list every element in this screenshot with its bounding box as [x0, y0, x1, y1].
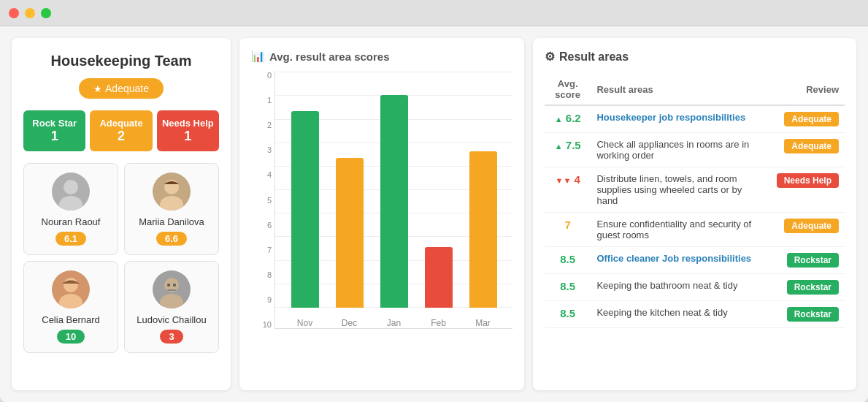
avg-score-cell-0: ▲ 6.2: [545, 105, 591, 133]
svg-point-13: [173, 284, 176, 287]
bars-container: [275, 72, 512, 308]
avg-score-cell-1: ▲ 7.5: [545, 133, 591, 167]
y-label-7: 7: [251, 246, 272, 254]
member-card-2: Mariia Danilova 6.6: [124, 163, 219, 255]
chart-inner: Nov Dec Jan Feb Mar: [274, 72, 512, 329]
chart-panel: 📊 Avg. result area scores 10 9 8 7 6 5 4…: [239, 38, 524, 390]
review-badge-4: Rockstar: [787, 253, 839, 268]
avatar-svg-2: [153, 172, 191, 211]
stat-rockstar-label: Rock Star: [28, 118, 81, 129]
stat-needs-help-count: 1: [161, 129, 215, 144]
member-name-4: Ludovic Chaillou: [131, 314, 212, 325]
member-score-1: 6.1: [55, 232, 86, 246]
area-name-cell-0: Housekeeper job responsibilities: [591, 105, 770, 133]
svg-point-7: [64, 278, 78, 292]
y-label-1: 1: [251, 96, 272, 105]
area-name-cell-6: Keeping the kitchen neat & tidy: [591, 301, 770, 328]
avg-score-cell-6: 8.5: [545, 301, 591, 328]
y-label-10: 10: [251, 321, 272, 329]
table-row-6: 8.5Keeping the kitchen neat & tidyRockst…: [545, 301, 845, 328]
area-name-cell-5: Keeping the bathroom neat & tidy: [591, 274, 770, 301]
member-score-4: 3: [160, 330, 183, 344]
stat-adequate-label: Adequate: [94, 118, 147, 129]
y-label-3: 3: [251, 146, 272, 154]
close-button[interactable]: [9, 8, 19, 18]
avg-score-cell-4: 8.5: [545, 247, 591, 274]
review-badge-5: Rockstar: [787, 280, 839, 295]
member-name-1: Nouran Raouf: [30, 216, 112, 227]
avatar-4: [153, 270, 191, 308]
team-title: Housekeeping Team: [23, 53, 219, 69]
review-badge-0: Adequate: [784, 112, 839, 126]
avatar-svg-1: [52, 172, 90, 211]
bar-group-nov: [283, 111, 327, 308]
chart-icon: 📊: [251, 50, 265, 63]
chart-area: 10 9 8 7 6 5 4 3 2 1 0: [251, 72, 512, 349]
x-label-mar: Mar: [461, 318, 505, 328]
y-label-6: 6: [251, 221, 272, 230]
result-table: Avg. score Result areas Review ▲ 6.2Hous…: [545, 74, 845, 328]
bar-group-jan: [372, 95, 416, 308]
review-cell-2: Needs Help: [771, 167, 845, 213]
table-row-5: 8.5Keeping the bathroom neat & tidyRocks…: [545, 274, 845, 301]
member-card-4: Ludovic Chaillou 3: [124, 261, 219, 353]
bar-group-feb: [416, 247, 461, 308]
area-name-cell-2: Distribute linen, towels, and room suppl…: [591, 167, 770, 213]
svg-rect-14: [167, 289, 176, 291]
member-card-3: Celia Bernard 10: [23, 261, 118, 353]
review-cell-3: Adequate: [771, 213, 845, 247]
review-cell-0: Adequate: [771, 105, 845, 133]
member-name-3: Celia Bernard: [30, 314, 112, 325]
chart-title-text: Avg. result area scores: [269, 50, 390, 63]
avg-score-cell-2: ▼▼ 4: [545, 167, 591, 213]
avg-score-cell-3: 7: [545, 213, 591, 247]
result-areas-title-text: Result areas: [559, 50, 629, 64]
stat-adequate: Adequate 2: [90, 110, 152, 151]
left-panel: Housekeeping Team ★ Adequate Rock Star 1…: [12, 38, 231, 390]
area-name-cell-4: Office cleaner Job responsibilities: [591, 247, 770, 274]
col-review: Review: [771, 74, 845, 105]
avatar-1: [52, 172, 90, 211]
review-badge-1: Adequate: [784, 139, 839, 153]
avatar-svg-3: [52, 270, 90, 308]
bar-group-mar: [461, 151, 505, 308]
stat-needs-help-label: Needs Help: [161, 118, 215, 129]
table-row-3: 7Ensure confidentiality and security of …: [545, 213, 845, 247]
bar-feb: [425, 247, 453, 308]
header-row: Avg. score Result areas Review: [545, 74, 845, 105]
bar-dec: [336, 158, 364, 308]
sliders-icon: ⚙: [545, 50, 555, 64]
table-body: ▲ 6.2Housekeeper job responsibilitiesAde…: [545, 105, 845, 328]
x-label-nov: Nov: [283, 318, 327, 328]
overall-badge-label: Adequate: [105, 83, 149, 94]
content-area: Housekeeping Team ★ Adequate Rock Star 1…: [0, 26, 868, 402]
members-grid: Nouran Raouf 6.1 Mariia Danilova 6: [23, 163, 219, 353]
overall-badge-container: ★ Adequate: [23, 78, 219, 99]
bar-group-dec: [327, 158, 372, 308]
stat-adequate-count: 2: [94, 129, 147, 144]
minimize-button[interactable]: [25, 8, 35, 18]
result-areas-panel: ⚙ Result areas Avg. score Result areas R…: [533, 38, 856, 390]
table-row-1: ▲ 7.5Check all appliances in rooms are i…: [545, 133, 845, 167]
review-cell-4: Rockstar: [771, 247, 845, 274]
table-row-4: 8.5Office cleaner Job responsibilitiesRo…: [545, 247, 845, 274]
member-card-1: Nouran Raouf 6.1: [23, 163, 118, 255]
y-label-5: 5: [251, 197, 272, 205]
area-name-cell-3: Ensure confidentiality and security of g…: [591, 213, 770, 247]
member-score-3: 10: [57, 330, 85, 344]
x-label-feb: Feb: [416, 318, 461, 328]
col-result-areas: Result areas: [591, 74, 770, 105]
avatar-3: [52, 270, 90, 308]
x-label-dec: Dec: [327, 318, 372, 328]
member-name-2: Mariia Danilova: [131, 216, 212, 227]
y-label-8: 8: [251, 271, 272, 279]
review-cell-5: Rockstar: [771, 274, 845, 301]
avatar-2: [153, 172, 191, 211]
area-name-cell-1: Check all appliances in rooms are in wor…: [591, 133, 770, 167]
maximize-button[interactable]: [41, 8, 51, 18]
stat-rockstar: Rock Star 1: [23, 110, 85, 151]
y-label-2: 2: [251, 121, 272, 129]
star-icon: ★: [93, 83, 102, 94]
bar-nov: [291, 111, 319, 308]
table-row-0: ▲ 6.2Housekeeper job responsibilitiesAde…: [545, 105, 845, 133]
